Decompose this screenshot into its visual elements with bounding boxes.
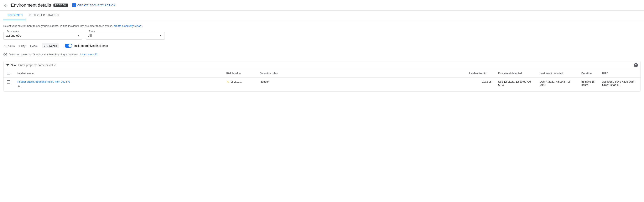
create-security-action-button[interactable]: + CREATE SECURITY ACTION (72, 3, 116, 7)
page-header: Environment details PREVIEW + CREATE SEC… (0, 0, 644, 11)
table-header: Incident name Risk level Detection rules… (4, 69, 640, 78)
td-last-event: Dec 7, 2023, 4:50:43 PM UTC (536, 78, 578, 89)
incident-name-link[interactable]: Flooder attack, targeting mock, from 392… (17, 80, 70, 83)
th-uuid: UUID (599, 69, 640, 77)
tab-incidents[interactable]: INCIDENTS (3, 11, 26, 20)
main-content: Select your environment to see your inci… (0, 20, 644, 96)
td-incident-name: Flooder attack, targeting mock, from 392… (14, 78, 223, 91)
time-filter-12h[interactable]: 12 hours (3, 44, 16, 48)
archived-toggle-row: Include archived incidents (65, 44, 108, 48)
table-row: Flooder attack, targeting mock, from 392… (4, 78, 640, 91)
incidents-table: Incident name Risk level Detection rules… (3, 69, 641, 92)
preview-badge: PREVIEW (54, 4, 68, 7)
td-detection-rules: Flooder (256, 78, 466, 86)
proxy-dropdown[interactable]: All ▼ (86, 32, 165, 40)
selectors-row: Environment actions-e2e ▼ Proxy All ▼ (3, 32, 641, 40)
ml-notice: Detection based on Google's machine lear… (3, 53, 641, 56)
sort-icon (238, 72, 242, 75)
external-link-icon (95, 53, 98, 56)
environment-selector[interactable]: Environment actions-e2e ▼ (3, 32, 82, 40)
environment-dropdown[interactable]: actions-e2e ▼ (3, 32, 82, 40)
risk-cell: ⚠ Moderate (226, 80, 242, 84)
archived-toggle[interactable] (65, 44, 72, 48)
td-duration: 86 days 16 hours (578, 78, 599, 89)
help-icon[interactable]: ? (634, 63, 638, 67)
tab-detected-traffic[interactable]: DETECTED TRAFFIC (26, 11, 62, 20)
time-filter-2w[interactable]: ✓ 2 weeks (42, 43, 59, 48)
filter-icon-area: Filter (6, 64, 17, 67)
toggle-knob (68, 44, 72, 48)
row-checkbox-wrapper[interactable] (4, 78, 14, 86)
download-button[interactable] (17, 85, 21, 89)
filter-label: Filter (10, 64, 17, 67)
time-filter-1d[interactable]: 1 day (18, 44, 26, 48)
environment-dropdown-arrow: ▼ (77, 34, 80, 37)
download-icon (17, 85, 21, 89)
td-first-event: Sep 12, 2023, 12:30:00 AM UTC (495, 78, 536, 89)
td-incident-traffic: 217,605 (466, 78, 495, 86)
td-uuid: 3c840e60-b949-4295-865f-61ec480faa42 (599, 78, 640, 89)
archived-toggle-label: Include archived incidents (74, 44, 108, 48)
checkmark-icon: ✓ (44, 44, 46, 48)
proxy-value: All (88, 34, 158, 37)
th-last-event: Last event detected (536, 69, 578, 77)
row-checkbox[interactable] (7, 80, 10, 84)
learn-more-link[interactable]: Learn more (80, 53, 97, 56)
filter-input[interactable] (18, 64, 632, 67)
th-risk-level[interactable]: Risk level (223, 69, 256, 77)
header-checkbox[interactable] (7, 72, 10, 75)
warning-icon: ⚠ (226, 80, 229, 84)
th-incident-traffic: Incident traffic (466, 69, 495, 77)
ml-icon (3, 53, 7, 56)
back-button[interactable] (3, 3, 8, 8)
info-line: Select your environment to see your inci… (3, 24, 641, 28)
th-checkbox[interactable] (4, 69, 14, 77)
th-detection-rules: Detection rules (256, 69, 466, 77)
th-first-event: First event detected (495, 69, 536, 77)
td-risk-level: ⚠ Moderate (223, 78, 256, 87)
th-duration: Duration (578, 69, 599, 77)
environment-value: actions-e2e (6, 34, 76, 37)
filter-icon (6, 64, 9, 67)
proxy-selector[interactable]: Proxy All ▼ (86, 32, 165, 40)
filter-bar[interactable]: Filter ? (3, 61, 641, 69)
time-filter-1w[interactable]: 1 week (29, 44, 39, 48)
th-incident-name: Incident name (14, 69, 223, 77)
security-report-link[interactable]: create a security report (114, 24, 142, 28)
tabs-bar: INCIDENTS DETECTED TRAFFIC (0, 11, 644, 20)
page-title: Environment details (11, 3, 51, 8)
plus-icon: + (72, 3, 76, 7)
time-filter-row: 12 hours 1 day 1 week ✓ 2 weeks Include … (3, 43, 641, 48)
proxy-dropdown-arrow: ▼ (160, 34, 162, 37)
